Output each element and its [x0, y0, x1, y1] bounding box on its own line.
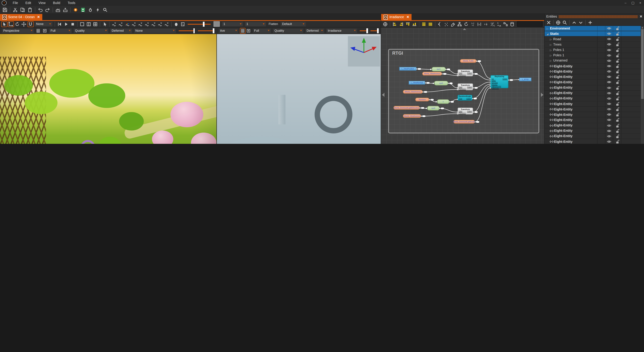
- space-vertical-button[interactable]: [421, 21, 427, 27]
- cut-brush[interactable]: [157, 21, 163, 27]
- move-down-button[interactable]: [578, 19, 584, 25]
- entities-caption[interactable]: Entities ✕: [544, 14, 644, 19]
- color-brush[interactable]: [124, 21, 130, 27]
- graph-node-l_viewposition[interactable]: L_ViewPosition: [399, 67, 416, 71]
- graph-node-xyz1[interactable]: xyz1: [432, 67, 446, 71]
- graph-node-wdlc[interactable]: World_DominantLightColor: [454, 120, 475, 124]
- viewport-right-expand-toggle[interactable]: [246, 28, 252, 33]
- remove-entity-button[interactable]: [546, 19, 552, 25]
- graph-node-l_rtgi[interactable]: L_RTGI: [519, 78, 532, 81]
- hierarchy-button[interactable]: [456, 21, 463, 27]
- viewport-left-grid-toggle[interactable]: [35, 28, 41, 33]
- center-graph-button[interactable]: [382, 21, 388, 27]
- entity-row[interactable]: Eight-Entity: [544, 90, 644, 96]
- expander-icon[interactable]: ▷: [549, 43, 552, 46]
- rewind-button[interactable]: [56, 21, 63, 27]
- visibility-toggle[interactable]: [605, 64, 613, 69]
- visibility-toggle[interactable]: [605, 101, 613, 106]
- entity-row[interactable]: Eight-Entity: [544, 123, 644, 128]
- entity-row[interactable]: Eight-Entity: [544, 107, 644, 112]
- menu-build[interactable]: Build: [49, 1, 64, 5]
- lock-toggle[interactable]: [613, 96, 621, 101]
- lock-toggle[interactable]: [613, 123, 621, 128]
- extract-group-button[interactable]: [437, 21, 443, 27]
- move-up-button[interactable]: [571, 19, 577, 25]
- menu-file[interactable]: File: [9, 1, 22, 5]
- lock-toggle[interactable]: [613, 74, 621, 79]
- lock-toggle[interactable]: [613, 117, 621, 122]
- pan-right-icon[interactable]: [541, 93, 544, 97]
- auto-resolve-button[interactable]: [502, 21, 509, 27]
- graph-node-transform1[interactable]: TransformInputTransformOutput: [458, 69, 473, 77]
- viewport-left-slider[interactable]: [178, 28, 195, 33]
- entity-row[interactable]: Eight-Entity: [544, 85, 644, 90]
- search-button[interactable]: [102, 6, 108, 13]
- move-tool[interactable]: [21, 21, 27, 27]
- viewport-left-slider[interactable]: [198, 28, 214, 33]
- snap-mode-select[interactable]: None: [34, 22, 53, 26]
- graph-node-world_viewinverse3[interactable]: World_ViewInverse: [403, 114, 421, 118]
- graph-node-world_viewinverse2[interactable]: World_ViewInverse: [403, 90, 422, 94]
- visibility-toggle[interactable]: [605, 42, 613, 47]
- visibility-toggle[interactable]: [605, 134, 613, 139]
- shader-tab-close-icon[interactable]: ✕: [406, 15, 409, 19]
- entity-row[interactable]: Eight-Entity: [544, 117, 644, 123]
- maximize-button[interactable]: ▢: [629, 1, 636, 5]
- expander-icon[interactable]: ◢: [546, 32, 549, 35]
- lock-toggle[interactable]: [613, 26, 621, 31]
- visibility-toggle[interactable]: [605, 107, 613, 112]
- graph-node-raytracing[interactable]: RaytracingASOriginDirectionRandomLightDi…: [490, 75, 508, 88]
- translate-tool[interactable]: [8, 21, 14, 27]
- viewport-left-projection-select[interactable]: Perspective: [2, 28, 34, 33]
- space-horizontal-button[interactable]: [427, 21, 434, 27]
- brush-color-swatch[interactable]: [214, 21, 220, 27]
- dual-view-button[interactable]: [86, 21, 92, 27]
- visibility-toggle[interactable]: [605, 90, 613, 95]
- viewport-right-projection-select[interactable]: tive: [218, 28, 239, 33]
- align-right-button[interactable]: [398, 21, 404, 27]
- blender-button[interactable]: [72, 6, 79, 13]
- graph-node-wdld[interactable]: World_DominantLightDirection: [394, 106, 420, 110]
- slider-handle[interactable]: [377, 28, 378, 33]
- lock-toggle[interactable]: [613, 64, 621, 69]
- checker-brush[interactable]: [180, 21, 186, 27]
- scene-tab-close-icon[interactable]: ✕: [37, 15, 40, 19]
- lock-toggle[interactable]: [613, 53, 621, 58]
- graph-node-x_swz[interactable]: x: [437, 99, 449, 104]
- play-button[interactable]: [63, 21, 69, 27]
- graph-node-world_viewinverse1[interactable]: World_ViewInverse: [422, 72, 442, 76]
- copy-button[interactable]: [19, 6, 26, 13]
- viewport-left-pipeline-select[interactable]: Deferred: [110, 28, 132, 33]
- pointer-mode[interactable]: [102, 21, 108, 27]
- paste-button[interactable]: [27, 6, 33, 13]
- debug-bug-button[interactable]: [87, 6, 94, 13]
- slider-handle[interactable]: [366, 28, 368, 33]
- viewport-right-debug-select[interactable]: Irradiance: [326, 28, 358, 33]
- graph-node-random[interactable]: Random: [415, 98, 429, 102]
- brush-param-1-select[interactable]: 1: [222, 22, 243, 26]
- snap-tool[interactable]: [27, 21, 34, 27]
- vs-ps-button[interactable]: VSPS: [489, 21, 496, 27]
- lock-toggle[interactable]: [613, 69, 621, 74]
- close-button[interactable]: ×: [636, 1, 644, 5]
- expander-icon[interactable]: ▷: [549, 38, 552, 40]
- orientation-gizmo[interactable]: [348, 36, 380, 67]
- viewport-left-size-select[interactable]: Full: [49, 28, 72, 33]
- quad-view-button[interactable]: [92, 21, 98, 27]
- eraser-button[interactable]: [450, 21, 456, 27]
- swizzle-button[interactable]: x: [483, 21, 489, 27]
- build-assets-button[interactable]: [55, 6, 61, 13]
- entity-row[interactable]: Eight-Entity: [544, 101, 644, 107]
- visibility-toggle[interactable]: [605, 53, 613, 58]
- viewport-right-quality-select[interactable]: Quality: [273, 28, 304, 33]
- graph-node-xyz0b[interactable]: xyz0: [427, 106, 440, 111]
- entity-tree-scrollbar[interactable]: [641, 26, 644, 144]
- scatter-brush[interactable]: [118, 21, 124, 27]
- lock-toggle[interactable]: [613, 80, 621, 85]
- lock-toggle[interactable]: [613, 37, 621, 42]
- stop-button[interactable]: [70, 21, 76, 27]
- graph-node-l_viewnormal[interactable]: L_ViewNormal: [409, 81, 425, 85]
- lock-toggle[interactable]: [613, 128, 621, 133]
- redo-button[interactable]: [44, 6, 51, 13]
- scatter-nodes-button[interactable]: [444, 21, 450, 27]
